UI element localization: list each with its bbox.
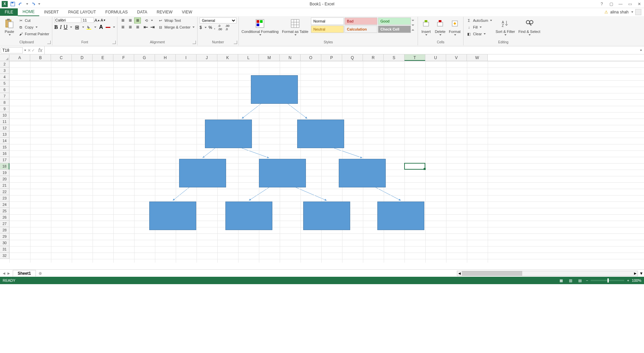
row-header-14[interactable]: 14: [0, 138, 9, 144]
col-header-P[interactable]: P: [321, 54, 342, 61]
row-header-11[interactable]: 11: [0, 119, 9, 125]
row-header-13[interactable]: 13: [0, 131, 9, 138]
horizontal-scrollbar[interactable]: ◄►: [457, 271, 638, 276]
col-header-R[interactable]: R: [363, 54, 384, 61]
row-header-24[interactable]: 24: [0, 202, 9, 208]
col-header-N[interactable]: N: [280, 54, 301, 61]
row-header-30[interactable]: 30: [0, 240, 9, 246]
align-middle[interactable]: ≡: [127, 17, 133, 24]
copy-button[interactable]: ⧉Copy: [17, 24, 50, 30]
format-painter-button[interactable]: 🖌Format Painter: [17, 31, 50, 37]
name-box[interactable]: [1, 47, 23, 53]
tab-home[interactable]: HOME: [18, 8, 39, 16]
col-header-F[interactable]: F: [113, 54, 134, 61]
row-header-3[interactable]: 3: [0, 68, 9, 74]
row-header-25[interactable]: 25: [0, 208, 9, 214]
row-header-32[interactable]: 32: [0, 253, 9, 259]
tab-review[interactable]: REVIEW: [152, 8, 177, 16]
col-header-G[interactable]: G: [134, 54, 155, 61]
row-header-12[interactable]: 12: [0, 125, 9, 131]
view-page-layout-icon[interactable]: ▥: [567, 278, 574, 283]
formula-input[interactable]: [44, 46, 639, 54]
row-header-27[interactable]: 27: [0, 221, 9, 227]
formula-expand-icon[interactable]: [640, 50, 642, 51]
decrease-indent-icon[interactable]: ⇤: [143, 24, 148, 30]
col-header-C[interactable]: C: [51, 54, 72, 61]
sort-filter-button[interactable]: AZSort & Filter: [495, 17, 516, 36]
vertical-scroll-down[interactable]: ▼: [639, 271, 643, 276]
delete-cells-button[interactable]: Delete: [434, 17, 446, 36]
styles-more[interactable]: [411, 17, 416, 33]
format-as-table-button[interactable]: Format as Table: [281, 17, 309, 36]
format-cells-button[interactable]: Format: [448, 17, 461, 36]
row-header-5[interactable]: 5: [0, 80, 9, 87]
col-header-D[interactable]: D: [72, 54, 93, 61]
increase-font-icon[interactable]: A▲: [95, 17, 100, 23]
underline-button[interactable]: U: [64, 24, 68, 30]
tab-page-layout[interactable]: PAGE LAYOUT: [63, 8, 101, 16]
paste-button[interactable]: Paste: [3, 17, 15, 36]
col-header-Q[interactable]: Q: [342, 54, 363, 61]
decrease-decimal-icon[interactable]: .00.0: [225, 25, 230, 30]
shape-box-l1-0[interactable]: [251, 75, 298, 104]
clear-button[interactable]: ◧Clear: [466, 31, 493, 37]
col-header-O[interactable]: O: [301, 54, 321, 61]
fill-button[interactable]: ↓Fill: [466, 24, 493, 30]
user-dropdown-icon[interactable]: [631, 11, 633, 13]
col-header-L[interactable]: L: [238, 54, 259, 61]
ribbon-options-icon[interactable]: ▢: [608, 1, 614, 7]
tab-formulas[interactable]: FORMULAS: [101, 8, 132, 16]
merge-center-button[interactable]: ⊟Merge & Center: [157, 24, 195, 30]
user-area[interactable]: ⚠ alina shah: [604, 9, 644, 15]
new-sheet-button[interactable]: ⊕: [36, 270, 45, 276]
orientation-icon[interactable]: ⟲: [144, 18, 149, 23]
shape-box-l3-0[interactable]: [179, 159, 226, 187]
increase-decimal-icon[interactable]: .0.00: [217, 25, 223, 30]
tab-file[interactable]: FILE: [0, 8, 18, 16]
style-bad[interactable]: Bad: [344, 17, 377, 25]
col-header-I[interactable]: I: [176, 54, 197, 61]
fx-icon[interactable]: fx: [36, 47, 44, 53]
style-good[interactable]: Good: [378, 17, 411, 25]
col-header-B[interactable]: B: [30, 54, 51, 61]
select-all-button[interactable]: [0, 54, 9, 61]
align-right[interactable]: ≡: [134, 24, 141, 30]
decrease-font-icon[interactable]: A▼: [101, 17, 106, 23]
col-header-J[interactable]: J: [197, 54, 217, 61]
percent-button[interactable]: %: [209, 25, 212, 30]
shape-box-l4-1[interactable]: [225, 202, 272, 230]
align-top[interactable]: ≡: [119, 17, 126, 24]
tab-view[interactable]: VIEW: [177, 8, 197, 16]
shape-box-l3-1[interactable]: [259, 159, 306, 187]
row-header-17[interactable]: 17: [0, 157, 9, 163]
row-header-19[interactable]: 19: [0, 170, 9, 176]
increase-indent-icon[interactable]: ⇥: [150, 24, 155, 30]
active-cell[interactable]: [404, 163, 425, 170]
row-header-2[interactable]: 2: [0, 61, 9, 68]
zoom-in-button[interactable]: +: [627, 278, 629, 282]
row-header-29[interactable]: 29: [0, 233, 9, 240]
qat-customize-icon[interactable]: [38, 3, 40, 5]
find-select-button[interactable]: Find & Select: [518, 17, 541, 36]
sheet-nav-prev[interactable]: ◄: [2, 271, 6, 276]
row-header-8[interactable]: 8: [0, 99, 9, 106]
help-icon[interactable]: ?: [598, 1, 605, 7]
zoom-level[interactable]: 100%: [632, 278, 641, 282]
autosum-button[interactable]: ΣAutoSum: [466, 17, 493, 24]
undo-dropdown-icon[interactable]: [26, 3, 28, 5]
align-left[interactable]: ≡: [119, 24, 126, 30]
shape-box-l4-0[interactable]: [149, 202, 196, 230]
close-icon[interactable]: ✕: [636, 1, 643, 7]
row-header-22[interactable]: 22: [0, 189, 9, 195]
enter-formula-icon[interactable]: ✓: [32, 48, 35, 53]
italic-button[interactable]: I: [60, 24, 61, 30]
col-header-H[interactable]: H: [155, 54, 176, 61]
cells-area[interactable]: [9, 61, 644, 263]
col-header-K[interactable]: K: [217, 54, 238, 61]
row-header-18[interactable]: 18: [0, 163, 9, 170]
redo-icon[interactable]: [30, 1, 36, 7]
col-header-A[interactable]: A: [9, 54, 30, 61]
row-header-26[interactable]: 26: [0, 214, 9, 221]
style-neutral[interactable]: Neutral: [311, 26, 344, 33]
row-header-10[interactable]: 10: [0, 112, 9, 119]
